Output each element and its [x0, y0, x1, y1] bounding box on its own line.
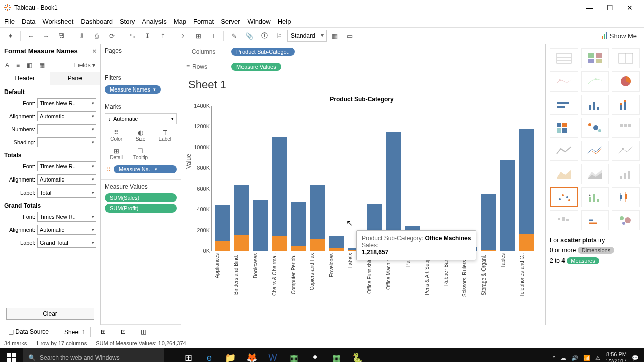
bar-segment-sales[interactable]	[481, 194, 497, 250]
new-dashboard-button[interactable]: ⊡	[116, 327, 131, 337]
format-border-icon[interactable]: ▦	[39, 62, 45, 69]
notifications-icon[interactable]: 💬	[632, 355, 639, 361]
bar-segment-sales[interactable]	[519, 129, 534, 234]
menu-server[interactable]: Server	[221, 18, 240, 25]
showme-thumb-3[interactable]	[550, 71, 578, 92]
menu-format[interactable]: Format	[193, 18, 214, 25]
showme-thumb-4[interactable]	[581, 71, 609, 92]
tray-cloud-icon[interactable]: ☁	[560, 355, 566, 361]
fields-dropdown[interactable]: Fields ▾	[74, 62, 95, 69]
app1-icon[interactable]: ▦	[285, 349, 303, 362]
showme-thumb-15[interactable]	[550, 164, 578, 184]
menu-help[interactable]: Help	[278, 18, 291, 25]
save-button[interactable]: 🖫	[54, 29, 68, 42]
menu-analysis[interactable]: Analysis	[142, 18, 166, 25]
bar-column[interactable]	[310, 185, 325, 251]
edge-icon[interactable]: e	[200, 349, 218, 362]
showme-thumb-11[interactable]	[612, 118, 640, 138]
showme-thumb-13[interactable]	[581, 141, 609, 161]
marks-color[interactable]: ⠿Color	[105, 126, 128, 144]
totals-button[interactable]: Σ	[176, 29, 190, 42]
menu-file[interactable]: File	[4, 18, 15, 25]
task-view-icon[interactable]: ⊞	[179, 349, 197, 362]
pin-button[interactable]: 📎	[242, 29, 256, 42]
refresh-button[interactable]: ⟳	[105, 29, 119, 42]
bar-segment-profit[interactable]	[272, 236, 287, 251]
filter-pill-measure-names[interactable]: Measure Names▾	[105, 85, 161, 94]
tab-header[interactable]: Header	[0, 72, 50, 85]
showme-thumb-6[interactable]	[550, 95, 578, 115]
totals-alignment-select[interactable]: Automatic	[37, 174, 96, 185]
showme-thumb-2[interactable]	[612, 48, 640, 68]
showme-thumb-7[interactable]	[581, 95, 609, 115]
showme-thumb-14[interactable]	[612, 141, 640, 161]
bar-segment-sales[interactable]	[329, 236, 344, 248]
start-button[interactable]	[0, 348, 23, 362]
bar-segment-profit[interactable]	[291, 246, 306, 251]
presentation-mode-button[interactable]: ▭	[343, 29, 357, 42]
showme-thumb-19[interactable]	[581, 187, 609, 207]
showme-thumb-22[interactable]	[581, 210, 609, 230]
menu-map[interactable]: Map	[174, 18, 186, 25]
showme-thumb-20[interactable]	[612, 187, 640, 207]
sheet-title[interactable]: Sheet 1	[181, 74, 545, 94]
default-numbers-select[interactable]	[37, 124, 96, 134]
format-panel-close[interactable]: ×	[92, 47, 96, 55]
firefox-icon[interactable]: 🦊	[243, 349, 261, 362]
group-button[interactable]: ⊞	[191, 29, 205, 42]
bar-column[interactable]	[253, 200, 268, 251]
showme-thumb-5[interactable]	[612, 71, 640, 92]
grand-totals-label-input[interactable]: Grand Total	[37, 238, 96, 248]
bar-segment-sales[interactable]	[500, 160, 515, 251]
close-button[interactable]: ✕	[620, 0, 640, 15]
bar-segment-sales[interactable]	[310, 185, 325, 239]
bar-column[interactable]	[329, 236, 344, 251]
new-sheet-button[interactable]: ⊞	[96, 327, 111, 337]
showme-thumb-16[interactable]	[581, 164, 609, 184]
showme-thumb-18[interactable]	[550, 187, 578, 207]
showme-thumb-1[interactable]	[581, 48, 609, 68]
menu-worksheet[interactable]: Worksheet	[42, 18, 73, 25]
showme-thumb-17[interactable]	[612, 164, 640, 184]
bar-segment-profit[interactable]	[310, 239, 325, 251]
default-shading-select[interactable]	[37, 137, 96, 147]
presentation-button[interactable]: ⚐	[272, 29, 286, 42]
color-pill-measure-names[interactable]: Measure Na..▾	[114, 165, 177, 173]
menu-dashboard[interactable]: Dashboard	[80, 18, 113, 25]
bar-segment-sales[interactable]	[234, 185, 249, 236]
bar-segment-sales[interactable]	[215, 205, 230, 241]
mark-type-select[interactable]: ⫾ Automatic	[105, 113, 177, 124]
columns-pill[interactable]: Product Sub-Catego..	[231, 48, 295, 56]
showme-thumb-8[interactable]	[612, 95, 640, 115]
bar-column[interactable]	[215, 205, 230, 251]
tab-pane[interactable]: Pane	[50, 72, 101, 85]
explorer-icon[interactable]: 📁	[221, 349, 239, 362]
bar-segment-profit[interactable]	[481, 250, 497, 251]
tray-up-icon[interactable]: ^	[553, 355, 555, 361]
sort-desc-button[interactable]: ↥	[155, 29, 170, 42]
tableau-task-icon[interactable]: ✦	[306, 349, 324, 362]
forward-button[interactable]: →	[39, 29, 53, 42]
showme-thumb-9[interactable]	[550, 118, 578, 138]
mv-pill-sum-profit[interactable]: SUM(Profit)	[105, 204, 177, 213]
cards-button[interactable]: ▦	[328, 29, 342, 42]
new-worksheet-button[interactable]: ⎙	[90, 29, 104, 42]
bar-segment-sales[interactable]	[272, 137, 287, 236]
bar-column[interactable]	[481, 194, 497, 251]
grand-totals-alignment-select[interactable]: Automatic	[37, 225, 96, 235]
tableau-icon[interactable]: ✦	[3, 29, 17, 42]
rows-pill[interactable]: Measure Values	[231, 63, 281, 71]
tab-data-source[interactable]: ◫ Data Source	[3, 327, 54, 337]
minimize-button[interactable]: —	[580, 0, 600, 15]
bar-segment-sales[interactable]	[386, 132, 401, 230]
marks-label[interactable]: TLabel	[153, 126, 177, 144]
format-lines-icon[interactable]: ≣	[52, 62, 57, 69]
annotate-button[interactable]: Ⓣ	[257, 29, 271, 42]
show-me-button[interactable]: Show Me	[598, 32, 641, 40]
totals-label-input[interactable]: Total	[37, 188, 96, 198]
marks-size[interactable]: ◐Size	[129, 126, 152, 144]
python-icon[interactable]: 🐍	[348, 349, 366, 362]
chart-canvas[interactable]: 0K200K400K600K800K1000K1200K1400K	[211, 106, 537, 251]
bar-column[interactable]	[500, 160, 515, 251]
format-align-icon[interactable]: ≡	[16, 62, 20, 69]
